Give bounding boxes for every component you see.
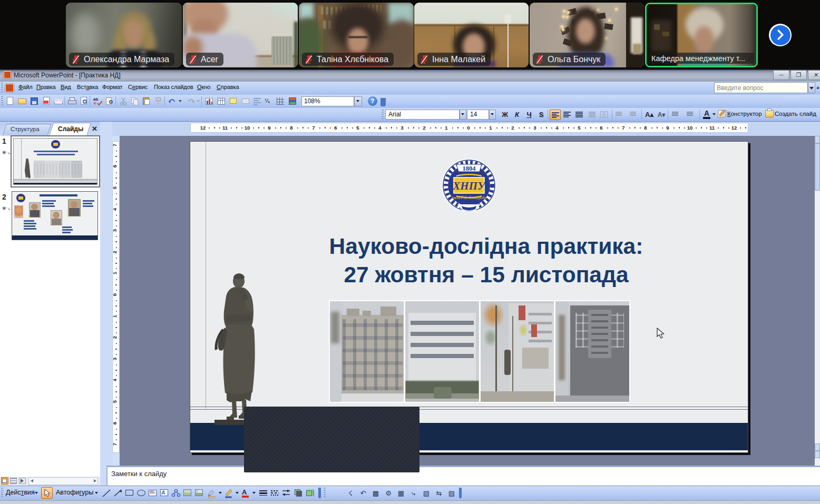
svg-text:імені Г.С. Сковороди: імені Г.С. Сковороди bbox=[452, 195, 486, 200]
svg-text:1804: 1804 bbox=[463, 165, 476, 172]
svg-text:ХНПУ: ХНПУ bbox=[452, 180, 486, 192]
